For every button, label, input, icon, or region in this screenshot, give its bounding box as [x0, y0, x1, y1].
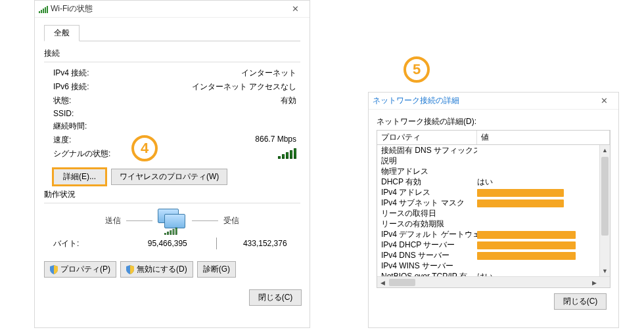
column-value[interactable]: 値: [477, 131, 610, 144]
list-label: ネットワーク接続の詳細(D):: [377, 116, 610, 127]
tabstrip: 全般: [44, 24, 300, 41]
value-speed: 866.7 Mbps: [132, 135, 300, 146]
list-header: プロパティ 値: [377, 130, 610, 145]
activity-graphic: 送信 受信: [44, 209, 300, 232]
dialog-body: 全般 接続 IPv4 接続: インターネット IPv6 接続: インターネット …: [35, 18, 310, 284]
scroll-down-icon[interactable]: ▼: [600, 266, 610, 276]
table-row[interactable]: 接続固有 DNS サフィックス: [377, 145, 610, 156]
scroll-left-icon[interactable]: ◀: [377, 277, 388, 288]
label-duration: 継続時間:: [53, 121, 132, 132]
bytes-row: バイト: 95,466,395 433,152,376: [44, 235, 300, 252]
group-activity: 動作状況: [44, 189, 300, 200]
cell-value: [477, 198, 610, 207]
scroll-up-icon[interactable]: ▲: [600, 145, 610, 156]
dialog-footer: 閉じる(C): [35, 284, 310, 311]
wifi-signal-icon: [39, 5, 48, 13]
cell-property: IPv4 DNS サーバー: [377, 250, 477, 261]
redacted-value: [477, 231, 576, 239]
label-ssid: SSID:: [53, 109, 132, 118]
horizontal-scrollbar[interactable]: ◀ ▶: [377, 276, 610, 287]
value-ipv6: インターネット アクセスなし: [132, 81, 300, 93]
list-view[interactable]: 接続固有 DNS サフィックス説明物理アドレスDHCP 有効はいIPv4 アドレ…: [377, 145, 610, 288]
table-row[interactable]: IPv4 DHCP サーバー: [377, 240, 610, 250]
cell-property: 説明: [377, 156, 477, 167]
bytes-sent: 95,466,395: [132, 239, 203, 248]
diagnose-button[interactable]: 診断(G): [197, 261, 236, 278]
group-connection: 接続: [44, 48, 300, 59]
bytes-label: バイト:: [53, 238, 132, 249]
cell-property: IPv4 DHCP サーバー: [377, 240, 477, 251]
value-duration: [132, 121, 300, 132]
table-row[interactable]: 説明: [377, 156, 610, 166]
cell-property: リースの取得日: [377, 208, 477, 219]
row-signal: シグナルの状態:: [44, 147, 300, 162]
bottom-buttons: プロパティ(P) 無効にする(D) 診断(G): [44, 261, 300, 278]
cell-value: はい: [477, 177, 610, 188]
cell-value: [477, 240, 610, 249]
properties-button-label: プロパティ(P): [60, 264, 110, 275]
details-button[interactable]: 詳細(E)...: [53, 169, 106, 185]
table-row[interactable]: IPv4 サブネット マスク: [377, 198, 610, 208]
titlebar: Wi-Fiの状態 ✕: [35, 1, 310, 18]
dialog-body: ネットワーク接続の詳細(D): プロパティ 値 接続固有 DNS サフィックス説…: [369, 110, 618, 314]
network-monitors-icon: [158, 209, 187, 232]
scroll-thumb[interactable]: [389, 279, 415, 286]
redacted-value: [477, 252, 576, 260]
cell-property: 物理アドレス: [377, 166, 477, 177]
disable-button[interactable]: 無効にする(D): [120, 261, 193, 278]
value-state: 有効: [132, 95, 300, 106]
window-title: Wi-Fiの状態: [51, 3, 285, 14]
table-row[interactable]: IPv4 アドレス: [377, 187, 610, 198]
close-icon[interactable]: ✕: [593, 94, 614, 108]
row-speed: 速度: 866.7 Mbps: [44, 133, 300, 147]
bytes-recv: 433,152,376: [230, 239, 301, 248]
cell-value: [477, 251, 610, 260]
diagnose-button-label: 診断(G): [203, 264, 230, 275]
cell-value: [477, 188, 610, 197]
table-row[interactable]: IPv4 DNS サーバー: [377, 250, 610, 261]
cell-property: IPv4 WINS サーバー: [377, 261, 477, 272]
close-button[interactable]: 閉じる(C): [249, 289, 302, 306]
annotation-step-5: 5: [403, 56, 430, 83]
table-row[interactable]: IPv4 WINS サーバー: [377, 261, 610, 271]
titlebar: ネットワーク接続の詳細 ✕: [369, 93, 618, 110]
cell-value: [477, 230, 610, 239]
cell-property: リースの有効期限: [377, 219, 477, 230]
close-button[interactable]: 閉じる(C): [554, 293, 607, 310]
tab-general[interactable]: 全般: [44, 25, 80, 41]
row-ipv6: IPv6 接続: インターネット アクセスなし: [44, 80, 300, 94]
scroll-thumb[interactable]: [601, 157, 609, 236]
vertical-scrollbar[interactable]: ▲ ▼: [599, 145, 610, 276]
row-duration: 継続時間:: [44, 119, 300, 133]
sent-label: 送信: [105, 215, 121, 226]
value-ipv4: インターネット: [132, 68, 300, 79]
scroll-right-icon[interactable]: ▶: [589, 277, 599, 288]
shield-icon: [126, 265, 134, 274]
recv-label: 受信: [223, 215, 239, 226]
signal-bars-icon: [278, 148, 296, 159]
table-row[interactable]: リースの取得日: [377, 208, 610, 219]
connection-details-dialog: ネットワーク接続の詳細 ✕ ネットワーク接続の詳細(D): プロパティ 値 接続…: [368, 92, 619, 328]
wifi-status-dialog: Wi-Fiの状態 ✕ 全般 接続 IPv4 接続: インターネット IPv6 接…: [34, 0, 310, 328]
cell-property: IPv4 アドレス: [377, 187, 477, 198]
redacted-value: [477, 241, 576, 249]
table-row[interactable]: DHCP 有効はい: [377, 177, 610, 187]
close-icon[interactable]: ✕: [285, 3, 306, 16]
label-signal: シグナルの状態:: [53, 148, 132, 161]
value-ssid: [132, 109, 300, 118]
window-title: ネットワーク接続の詳細: [373, 95, 593, 106]
disable-button-label: 無効にする(D): [137, 264, 187, 275]
cell-property: IPv4 サブネット マスク: [377, 198, 477, 209]
table-row[interactable]: リースの有効期限: [377, 219, 610, 229]
column-property[interactable]: プロパティ: [377, 131, 477, 144]
table-row[interactable]: IPv4 デフォルト ゲートウェイ: [377, 229, 610, 240]
redacted-value: [477, 189, 564, 197]
table-row[interactable]: 物理アドレス: [377, 166, 610, 177]
wireless-properties-button[interactable]: ワイヤレスのプロパティ(W): [111, 169, 227, 185]
connection-buttons: 詳細(E)... ワイヤレスのプロパティ(W): [53, 169, 300, 185]
label-ipv4: IPv4 接続:: [53, 68, 132, 79]
label-speed: 速度:: [53, 135, 132, 146]
properties-button[interactable]: プロパティ(P): [44, 261, 116, 278]
cell-property: 接続固有 DNS サフィックス: [377, 145, 477, 156]
redacted-value: [477, 199, 564, 207]
